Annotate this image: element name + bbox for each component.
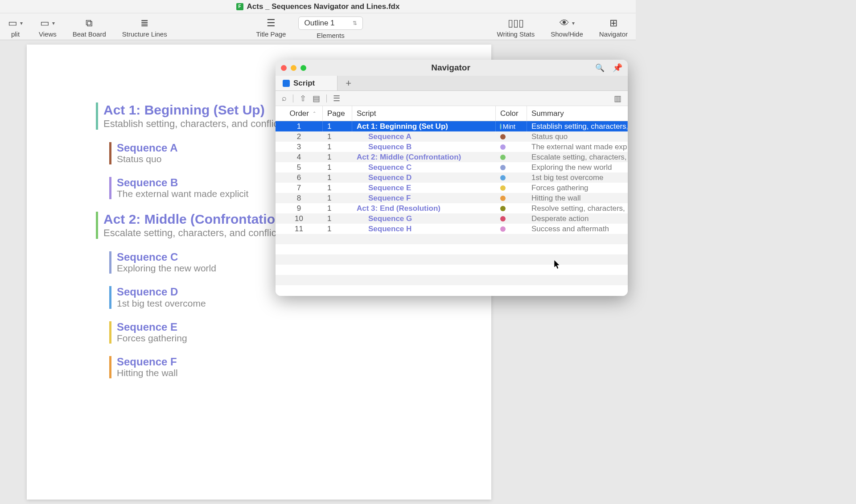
table-row[interactable]: 111Sequence HSuccess and aftermath: [276, 224, 628, 234]
sequence-block[interactable]: Sequence FHitting the wall: [109, 356, 447, 378]
table-row[interactable]: 41Act 2: Middle (Confrontation)Escalate …: [276, 152, 628, 162]
document-icon: F: [236, 3, 243, 10]
cell-summary: Hitting the wall: [527, 193, 628, 203]
table-row[interactable]: 21Sequence AStatus quo: [276, 131, 628, 142]
cell-summary: Desperate action: [527, 213, 628, 224]
cell-color: [496, 142, 527, 152]
empty-cell: [496, 254, 527, 265]
table-row[interactable]: 81Sequence FHitting the wall: [276, 193, 628, 203]
table-row: [276, 244, 628, 254]
table-row[interactable]: 91Act 3: End (Resolution)Resolve setting…: [276, 203, 628, 213]
cell-page: 1: [323, 203, 352, 213]
cell-color: [496, 203, 527, 213]
color-dot: [500, 165, 506, 170]
color-dot: [500, 155, 506, 160]
sort-icon[interactable]: ⇅: [518, 123, 522, 129]
empty-cell: [527, 265, 628, 275]
add-tab-button[interactable]: +: [337, 78, 359, 89]
cell-script: Act 3: End (Resolution): [352, 203, 496, 213]
cell-script: Act 2: Middle (Confrontation): [352, 152, 496, 162]
table-row[interactable]: 11Act 1: Beginning (Set Up)Mint⇅Establis…: [276, 121, 628, 131]
empty-cell: [352, 275, 496, 285]
navigator-tab-bar: Script +: [276, 76, 628, 91]
table-row[interactable]: 31Sequence BThe external want made expli…: [276, 142, 628, 152]
table-row[interactable]: 101Sequence GDesperate action: [276, 213, 628, 224]
pin-icon[interactable]: 📌: [613, 63, 622, 73]
tag-icon[interactable]: ⌕: [282, 94, 287, 103]
table-row[interactable]: 61Sequence D1st big test overcome: [276, 172, 628, 183]
cell-script: Act 1: Beginning (Set Up): [352, 121, 496, 131]
minimize-button[interactable]: [291, 65, 296, 71]
cell-summary: The external want made explicit: [527, 142, 628, 152]
cell-order: 6: [276, 172, 323, 183]
table-body[interactable]: 11Act 1: Beginning (Set Up)Mint⇅Establis…: [276, 121, 628, 296]
sort-asc-icon: ⌃: [313, 111, 316, 116]
cell-order: 3: [276, 142, 323, 152]
color-dot: [500, 124, 501, 129]
header-page[interactable]: Page: [323, 106, 352, 121]
writing-stats-button[interactable]: ▯▯▯ Writing Stats: [489, 15, 543, 40]
navigator-icon: ⊞: [609, 18, 617, 29]
empty-cell: [323, 265, 352, 275]
cell-script: Sequence B: [352, 142, 496, 152]
table-row: [276, 285, 628, 295]
search-icon[interactable]: 🔍: [595, 63, 605, 73]
cell-page: 1: [323, 224, 352, 234]
cell-script: Sequence D: [352, 172, 496, 183]
cell-order: 11: [276, 224, 323, 234]
beat-board-button[interactable]: ⧉ Beat Board: [65, 15, 114, 40]
header-order[interactable]: Order ⌃: [276, 106, 323, 121]
split-button[interactable]: ▭ plit: [0, 15, 31, 40]
share-icon[interactable]: ⇧: [300, 94, 306, 103]
header-summary[interactable]: Summary: [527, 106, 628, 121]
cell-order: 4: [276, 152, 323, 162]
navigator-button[interactable]: ⊞ Navigator: [591, 15, 636, 40]
empty-cell: [496, 285, 527, 295]
cell-script: Sequence H: [352, 224, 496, 234]
title-page-button[interactable]: ☰ Title Page: [248, 15, 294, 40]
script-doc-icon: [283, 80, 290, 87]
structure-lines-button[interactable]: ≣ Structure Lines: [114, 15, 175, 40]
empty-cell: [352, 254, 496, 265]
cell-color: [496, 152, 527, 162]
color-dot: [500, 216, 506, 221]
header-script[interactable]: Script: [352, 106, 496, 121]
close-button[interactable]: [281, 65, 287, 71]
cell-script: Sequence C: [352, 162, 496, 172]
views-button[interactable]: ▭ Views: [31, 15, 65, 40]
page-icon[interactable]: ▤: [313, 94, 320, 103]
cell-script: Sequence A: [352, 131, 496, 142]
empty-cell: [323, 254, 352, 265]
show-hide-button[interactable]: 👁 Show/Hide: [543, 15, 591, 40]
bar-chart-icon: ▯▯▯: [508, 18, 524, 29]
cell-order: 2: [276, 131, 323, 142]
empty-cell: [276, 244, 323, 254]
maximize-button[interactable]: [300, 65, 306, 71]
sequence-block[interactable]: Sequence EForces gathering: [109, 321, 447, 344]
color-dot: [500, 226, 506, 232]
cell-summary: 1st big test overcome: [527, 172, 628, 183]
table-row[interactable]: 51Sequence CExploring the new world: [276, 162, 628, 172]
window-controls[interactable]: [281, 65, 306, 71]
header-color[interactable]: Color: [496, 106, 527, 121]
empty-cell: [323, 244, 352, 254]
cell-color: [496, 183, 527, 193]
table-row: [276, 275, 628, 285]
empty-cell: [276, 285, 323, 295]
cell-summary: Establish setting, characters, and c: [527, 121, 628, 131]
navigator-panel[interactable]: Navigator 🔍 📌 Script + ⌕ ⇧ ▤ ☰ ▥ Order ⌃…: [276, 60, 628, 296]
cell-order: 8: [276, 193, 323, 203]
elements-select[interactable]: Outline 1 ⇅ Elements: [294, 15, 367, 40]
navigator-titlebar[interactable]: Navigator 🔍 📌: [276, 60, 628, 76]
columns-icon[interactable]: ▥: [614, 94, 621, 103]
table-row: [276, 265, 628, 275]
split-icon: ▭: [8, 18, 23, 29]
title-page-icon: ☰: [267, 18, 276, 29]
sequence-title: Sequence F: [117, 356, 447, 368]
table-row[interactable]: 71Sequence EForces gathering: [276, 183, 628, 193]
tab-script[interactable]: Script: [276, 76, 337, 90]
tab-script-label: Script: [293, 79, 315, 88]
navigator-panel-title: Navigator: [306, 63, 595, 73]
cell-script: Sequence G: [352, 213, 496, 224]
list-icon[interactable]: ☰: [333, 94, 340, 103]
